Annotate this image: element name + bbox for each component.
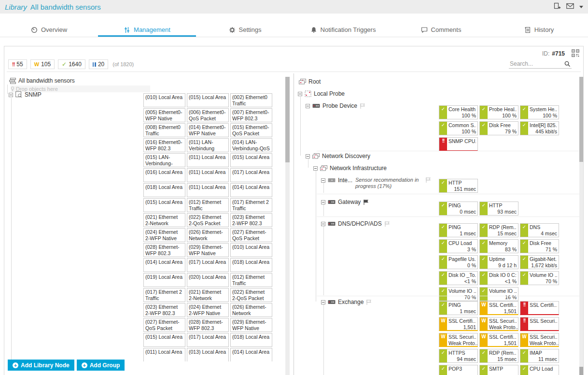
sensor-tile[interactable]: ✓Pagefile Us...0 % xyxy=(439,255,478,269)
tree-node-network-infrastructure[interactable]: Network Infrastructure xyxy=(313,165,387,172)
sensor-tile[interactable]: ✓Gigabit-Net...1,672 kbit/s xyxy=(520,255,559,269)
library-sensor-tile[interactable]: (022) Ethernet 2-QoS Packet xyxy=(230,288,272,302)
library-sensor-tile[interactable]: (015) Local Area xyxy=(187,93,229,107)
collapse-expander[interactable] xyxy=(321,300,325,304)
collapse-expander[interactable] xyxy=(306,104,310,108)
sensor-tile[interactable]: ✓Core Health100 % xyxy=(439,105,478,119)
sensor-tile[interactable]: ✓Uptime9 d 12 h xyxy=(479,255,518,269)
sensor-tile[interactable]: WSSL Certifi...1,501 xyxy=(439,317,478,331)
library-sensor-tile[interactable]: (012) Ethernet Traffic xyxy=(230,273,272,287)
library-sensor-tile[interactable]: (016) Local Area xyxy=(143,168,185,182)
sensor-tile[interactable]: !!SNMP CPU... xyxy=(439,137,478,151)
library-sensor-tile[interactable]: (021) Ethernet 2-Network xyxy=(187,288,229,302)
library-sensor-tile[interactable]: (017) Ethernet 2 Traffic xyxy=(143,288,185,302)
sensor-tile[interactable]: ✓RDP (Rem...15 msec xyxy=(479,223,518,237)
sensor-tile[interactable]: ✓CPU Load xyxy=(520,365,559,375)
library-sensor-tile[interactable]: (014) Local Area xyxy=(230,183,272,197)
sensor-tile[interactable]: ✓Common S...100 % xyxy=(439,121,478,135)
tree-node-dns-dhcp-ads[interactable]: DNS/DHCP/ADS xyxy=(321,220,390,227)
library-sensor-tile[interactable]: (011) Local Area xyxy=(187,153,229,167)
library-sensor-tile[interactable]: (015) Local Area xyxy=(143,198,185,212)
error-count-badge[interactable]: !! 55 xyxy=(8,59,27,69)
sensor-tile[interactable]: ✓Volume IO ...70 % xyxy=(520,271,559,285)
email-icon[interactable] xyxy=(566,2,574,11)
library-sensor-tile[interactable]: (015) Local Area xyxy=(143,333,185,347)
tree-node-exchange[interactable]: Exchange xyxy=(321,299,372,305)
scrollbar-thumb[interactable] xyxy=(579,77,584,162)
tree-node-internet-device[interactable]: Inte... xyxy=(321,177,352,184)
library-sensor-tile[interactable]: (027) Ethernet-QoS Packet xyxy=(143,318,185,332)
library-sensor-tile[interactable]: (014) Local Area xyxy=(143,258,185,272)
library-sensor-tile[interactable]: (029) Ethernet-WFP Native xyxy=(230,318,272,332)
library-sensor-tile[interactable]: (014) Ethernet0-WFP Native xyxy=(187,123,229,137)
library-sensor-tile[interactable]: (014) Local Area xyxy=(230,348,272,361)
library-sensor-tile[interactable]: (027) Ethernet-QoS Packet xyxy=(230,228,272,242)
flag-icon[interactable] xyxy=(366,299,372,305)
add-report-icon[interactable] xyxy=(554,2,561,12)
sensor-tile[interactable]: ✓System He...100 % xyxy=(520,105,559,119)
collapse-expander[interactable] xyxy=(9,93,13,97)
library-node-snmp[interactable]: SNMP xyxy=(9,91,42,98)
library-sensor-tile[interactable]: (008) Ethernet0 Traffic xyxy=(143,123,185,137)
library-sensor-tile[interactable]: (014) LAN-Verbindung-QoS xyxy=(230,138,272,152)
tab-comments[interactable]: Comments xyxy=(392,24,490,37)
tab-notification-triggers[interactable]: Notification Triggers xyxy=(294,24,392,37)
library-sensor-tile[interactable]: (026) Ethernet-Network xyxy=(187,228,229,242)
collapse-expander[interactable] xyxy=(321,178,325,183)
scrollbar-end[interactable] xyxy=(579,367,584,375)
sensor-tile[interactable]: ✓Intel[R] 825...445 kbit/s xyxy=(520,121,559,135)
sensor-tile[interactable]: ✓PING0 msec xyxy=(439,202,478,216)
qr-code-icon[interactable] xyxy=(572,49,579,59)
library-sensor-tile[interactable]: (011) Local Area xyxy=(187,168,229,182)
library-sensor-tile[interactable]: (028) Ethernet-WFP 802.3 xyxy=(143,243,185,257)
tab-management[interactable]: Management xyxy=(98,24,196,37)
sensor-tile[interactable]: ✓PING1 msec xyxy=(439,301,478,315)
warning-count-badge[interactable]: W 105 xyxy=(30,59,55,69)
library-sensor-tile[interactable]: (011) LAN-Verbindung xyxy=(187,138,229,152)
library-sensor-tile[interactable]: (007) Ethernet0-WFP 802.3 xyxy=(230,108,272,122)
library-sensor-tile[interactable]: (020) Local Area xyxy=(187,273,229,287)
more-menu-caret-icon[interactable] xyxy=(579,6,583,8)
sensor-tile[interactable]: ✓CPU Load3 % xyxy=(439,239,478,253)
library-sensor-tile[interactable]: (002) Ethernet0 Traffic xyxy=(230,93,272,107)
add-group-button[interactable]: + Add Group xyxy=(77,360,125,371)
tree-node-probe-device[interactable]: Probe Device xyxy=(306,102,365,109)
library-sensor-tile[interactable]: (005) Ethernet0-WFP Native xyxy=(143,108,185,122)
paused-count-badge[interactable]: 20 xyxy=(89,59,108,69)
sensor-tile[interactable]: ✓Disk Free71 % xyxy=(520,239,559,253)
sensor-tile[interactable]: ✓PING1 msec xyxy=(439,223,478,237)
collapse-expander[interactable] xyxy=(298,92,302,96)
collapse-expander[interactable] xyxy=(321,222,325,226)
library-sensor-tile[interactable]: (012) Ethernet Traffic xyxy=(187,198,229,212)
sensor-tile[interactable]: ✓Memory83 % xyxy=(479,239,518,253)
library-sensor-tile[interactable]: (021) Ethernet 2-Network xyxy=(143,213,185,227)
library-sensor-tile[interactable]: (028) Ethernet-WFP 802.3 xyxy=(187,318,229,332)
sensor-tile[interactable]: ✓Volume IO ...70 % xyxy=(439,287,478,301)
library-sensor-tile[interactable]: (010) Local Area xyxy=(230,243,272,257)
sensor-tile[interactable]: ✓Volume IO ...16 % xyxy=(479,287,518,301)
tree-node-network-discovery[interactable]: Network Discovery xyxy=(306,153,370,159)
sensor-tile[interactable]: !!SSL Securi... xyxy=(520,317,559,331)
library-sensor-tile[interactable]: (018) Local Area xyxy=(143,183,185,197)
flag-icon[interactable] xyxy=(384,221,390,227)
tree-node-gateway[interactable]: Gateway xyxy=(321,199,369,205)
library-sensor-tile[interactable]: (024) Ethernet 2-WFP Native xyxy=(187,303,229,317)
library-sensor-tile[interactable]: (015) Local Area xyxy=(230,153,272,167)
sensor-tile[interactable]: !!SSL Certifi... xyxy=(520,301,559,315)
library-sensor-tile[interactable]: (013) Local Area xyxy=(187,348,229,361)
sensor-tile[interactable]: ✓POP3 xyxy=(439,365,478,375)
library-sensor-tile[interactable]: (011) Local Area xyxy=(187,183,229,197)
library-sensor-tile[interactable]: (023) Ethernet 2-WFP 802.3 xyxy=(143,303,185,317)
sensor-tile[interactable]: WSSL Certifi...1,501 xyxy=(479,333,518,347)
library-sensor-tile[interactable]: (024) Ethernet 2-WFP Native xyxy=(143,228,185,242)
library-sensor-tile[interactable]: (017) Local Area xyxy=(187,258,229,272)
tree-node-root[interactable]: Root xyxy=(299,78,321,85)
library-sensor-tile[interactable]: (017) Local Area xyxy=(187,333,229,347)
tab-overview[interactable]: Overview xyxy=(0,24,98,37)
flag-icon[interactable] xyxy=(360,103,365,109)
library-root-node[interactable]: All bandwidth sensors xyxy=(9,77,75,84)
library-sensor-tile[interactable]: (026) Ethernet-Network xyxy=(230,303,272,317)
breadcrumb[interactable]: Library xyxy=(5,3,27,11)
tab-settings[interactable]: Settings xyxy=(196,24,294,37)
sensor-tile[interactable]: WSSL Securi...Weak Proto... xyxy=(439,333,478,347)
